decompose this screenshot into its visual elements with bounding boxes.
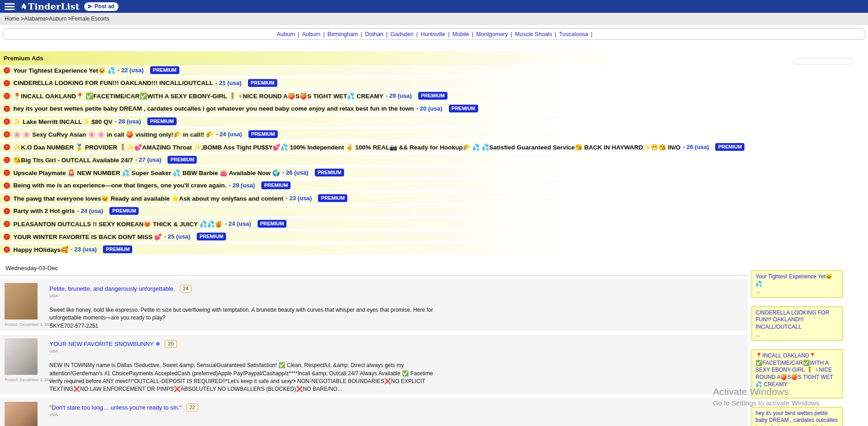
- sidebar-premium-box[interactable]: 📍INCALL OAKLAND📍 ✅FACETIME/CAR✅WITH A SE…: [751, 349, 843, 399]
- city-link[interactable]: Dothan: [365, 31, 383, 37]
- city-link[interactable]: Mobile: [452, 31, 469, 37]
- sidebar-box-title[interactable]: CINDERELLA LOOKING FOR FUN!!! OAKLAND!!!…: [755, 309, 839, 331]
- premium-ad-row[interactable]: ↑ CINDERELLA LOOKING FOR FUN!!! OAKLAND!…: [0, 78, 748, 88]
- sidebar-premium-box[interactable]: Your Tightest Experience Yet🐱 💦 ...: [751, 270, 843, 298]
- listing-thumbnail[interactable]: [5, 402, 38, 426]
- listing-posted-date: Posted: December 3, 2025: [5, 322, 42, 327]
- premium-badge[interactable]: PREMIUM: [715, 143, 744, 151]
- premium-ad-row[interactable]: ↑ PLEASANTON OUTCALLS !! SEXY KOREAN😻 TH…: [0, 218, 748, 229]
- premium-ad-age[interactable]: - 26 (usa): [282, 169, 308, 176]
- listing-rows: Posted: December 3, 2025 Petite, brunett…: [0, 279, 748, 426]
- premium-ad-row[interactable]: ↑ Party with 2 Hot girls - 24 (usa) PREM…: [0, 206, 748, 216]
- sidebar-premium-box[interactable]: hey its your best wettes petite baby DRE…: [751, 407, 843, 426]
- premium-ad-age[interactable]: - 22 (usa): [118, 67, 144, 74]
- breadcrumb[interactable]: Home >Alabama>Auburn >Female Escorts: [5, 16, 109, 22]
- listing-left-column: Posted: December 3, 2025: [5, 402, 42, 426]
- premium-ad-title[interactable]: PLEASANTON OUTCALLS !! SEXY KOREAN😻 THIC…: [13, 220, 222, 228]
- ad-scrollbar-placeholder[interactable]: [793, 59, 853, 64]
- brand-logo[interactable]: TinderList: [19, 2, 80, 11]
- sidebar-box-title[interactable]: Your Tightest Experience Yet🐱 💦: [755, 273, 839, 288]
- premium-ad-row[interactable]: ↑ Your Tightest Experience Yet🐱 💦 - 22 (…: [0, 65, 748, 75]
- premium-ad-title[interactable]: hey its your best wettes petite baby DRE…: [13, 105, 414, 112]
- post-ad-button[interactable]: Post ad: [84, 2, 119, 11]
- city-separator: |: [472, 31, 473, 37]
- premium-badge[interactable]: PREMIUM: [147, 117, 177, 125]
- premium-ads-header: Premium Ads: [0, 51, 748, 65]
- premium-ad-row[interactable]: ↑ The pawg that everyone loves🐱 Ready an…: [0, 193, 748, 203]
- premium-ad-age[interactable]: - 25 (usa): [164, 233, 190, 240]
- premium-ad-title[interactable]: ✨K.O Daa NUMBER 🥇 PROVIDER 🧍✨💕AMAZING Th…: [13, 144, 680, 151]
- premium-badge[interactable]: PREMIUM: [103, 245, 132, 253]
- up-arrow-icon: ↑: [4, 170, 10, 176]
- premium-ad-title[interactable]: 😘Big Tits Girl - OUTCALL Available 24/7: [13, 156, 133, 164]
- listing-body: YOUR NEW FAVORITE SNOWBUNNY ❄ 20 USA NEW…: [49, 338, 443, 394]
- premium-badge[interactable]: PREMIUM: [109, 207, 139, 215]
- premium-ad-age[interactable]: - 24 (usa): [225, 220, 251, 227]
- up-arrow-icon: ↑: [4, 246, 10, 253]
- sidebar-box-title[interactable]: hey its your best wettes petite baby DRE…: [755, 410, 839, 426]
- city-links-box: Auburn|Auburn|Birmingham|Dothan|Gadsden|…: [3, 28, 865, 40]
- listing-location: USA: [49, 412, 443, 417]
- city-link[interactable]: Tuscaloosa: [559, 31, 588, 37]
- premium-ad-title[interactable]: 🌸 🌸 Sexy CuRvy Asian 🌸 🌸 in call 🍑 visit…: [13, 131, 214, 138]
- premium-ad-title[interactable]: CINDERELLA LOOKING FOR FUN!!! OAKLAND!!!…: [13, 80, 213, 86]
- premium-ad-title[interactable]: Upscale Playmate 🚨 NEW NUMBER 💦 Super So…: [13, 169, 280, 176]
- premium-ad-row[interactable]: ↑ ✨K.O Daa NUMBER 🥇 PROVIDER 🧍✨💕AMAZING …: [0, 142, 748, 152]
- premium-badge[interactable]: PREMIUM: [418, 92, 447, 100]
- premium-ad-row[interactable]: ↑ Upscale Playmate 🚨 NEW NUMBER 💦 Super …: [0, 167, 748, 178]
- premium-ad-age[interactable]: - 29 (usa): [386, 92, 412, 99]
- premium-ad-row[interactable]: ↑ hey its your best wettes petite baby D…: [0, 103, 748, 114]
- premium-ad-title[interactable]: Party with 2 Hot girls: [13, 208, 75, 214]
- premium-ad-age[interactable]: - 26 (usa): [683, 144, 709, 150]
- premium-ad-age[interactable]: - 29 (usa): [229, 182, 255, 189]
- city-link[interactable]: Birmingham: [328, 31, 358, 37]
- city-link[interactable]: Gadsden: [390, 31, 414, 37]
- city-link[interactable]: Huntsville: [421, 31, 445, 37]
- premium-badge[interactable]: PREMIUM: [150, 66, 179, 74]
- premium-ad-row[interactable]: ↑ ✨ Lake Merritt INCALL✨ $80 QV - 28 (us…: [0, 116, 748, 127]
- premium-badge[interactable]: PREMIUM: [248, 130, 278, 138]
- premium-ad-title[interactable]: 📍INCALL OAKLAND📍 ✅FACETIME/CAR✅WITH A SE…: [13, 92, 383, 100]
- city-link[interactable]: Auburn: [276, 31, 295, 37]
- sidebar-box-title[interactable]: 📍INCALL OAKLAND📍 ✅FACETIME/CAR✅WITH A SE…: [755, 352, 839, 388]
- menu-icon[interactable]: [5, 3, 15, 10]
- premium-ad-age[interactable]: - 20 (usa): [416, 105, 442, 112]
- premium-ad-age[interactable]: - 28 (usa): [115, 118, 141, 125]
- premium-ad-age[interactable]: - 23 (usa): [286, 195, 312, 202]
- premium-ad-age[interactable]: - 21 (usa): [216, 80, 242, 86]
- premium-ad-row[interactable]: ↑ Being with me is an experience—one tha…: [0, 180, 748, 191]
- city-link[interactable]: Auburn: [302, 31, 320, 37]
- city-link[interactable]: Muscle Shoals: [515, 31, 552, 37]
- premium-ad-row[interactable]: ↑ 🌸 🌸 Sexy CuRvy Asian 🌸 🌸 in call 🍑 vis…: [0, 129, 748, 139]
- premium-ad-age[interactable]: - 24 (usa): [77, 208, 103, 214]
- listing-title-link[interactable]: "Don't stare too long… unless you're rea…: [49, 404, 182, 411]
- premium-ad-title[interactable]: YOUR WINTER FAVORITE IS BACK DONT MISS 💕: [13, 233, 162, 240]
- premium-ad-age[interactable]: - 24 (usa): [216, 131, 242, 138]
- premium-badge[interactable]: PREMIUM: [261, 181, 291, 189]
- listing-title-link[interactable]: YOUR NEW FAVORITE SNOWBUNNY ❄: [49, 341, 160, 347]
- premium-badge[interactable]: PREMIUM: [318, 194, 347, 202]
- premium-ad-title[interactable]: The pawg that everyone loves🐱 Ready and …: [13, 195, 283, 202]
- city-link[interactable]: Montgomery: [476, 31, 508, 37]
- sidebar-premium-box[interactable]: CINDERELLA LOOKING FOR FUN!!! OAKLAND!!!…: [751, 306, 843, 341]
- listing-thumbnail[interactable]: [5, 283, 38, 320]
- premium-ad-row[interactable]: ↑ YOUR WINTER FAVORITE IS BACK DONT MISS…: [0, 231, 748, 242]
- premium-badge[interactable]: PREMIUM: [258, 220, 287, 228]
- premium-ad-age[interactable]: - 23 (usa): [70, 246, 97, 253]
- premium-badge[interactable]: PREMIUM: [167, 156, 197, 164]
- premium-badge[interactable]: PREMIUM: [248, 79, 277, 87]
- premium-ad-title[interactable]: Happy HOlidays🥰: [13, 246, 68, 253]
- premium-badge[interactable]: PREMIUM: [315, 169, 344, 176]
- city-separator: |: [386, 31, 388, 37]
- premium-ad-row[interactable]: ↑ 😘Big Tits Girl - OUTCALL Available 24/…: [0, 154, 748, 165]
- premium-ad-title[interactable]: ✨ Lake Merritt INCALL✨ $80 QV: [13, 118, 113, 125]
- listing-title-link[interactable]: Petite, brunette, and dangerously unforg…: [49, 285, 175, 292]
- premium-ad-row[interactable]: ↑ 📍INCALL OAKLAND📍 ✅FACETIME/CAR✅WITH A …: [0, 91, 748, 101]
- premium-badge[interactable]: PREMIUM: [449, 105, 478, 112]
- premium-ad-age[interactable]: - 27 (usa): [135, 156, 161, 163]
- premium-ad-title[interactable]: Being with me is an experience—one that …: [13, 182, 226, 189]
- premium-badge[interactable]: PREMIUM: [197, 233, 226, 240]
- listing-thumbnail[interactable]: [5, 338, 38, 375]
- premium-ad-title[interactable]: Your Tightest Experience Yet🐱 💦: [13, 67, 115, 74]
- premium-ad-row[interactable]: ↑ Happy HOlidays🥰 - 23 (usa) PREMIUM: [0, 244, 748, 255]
